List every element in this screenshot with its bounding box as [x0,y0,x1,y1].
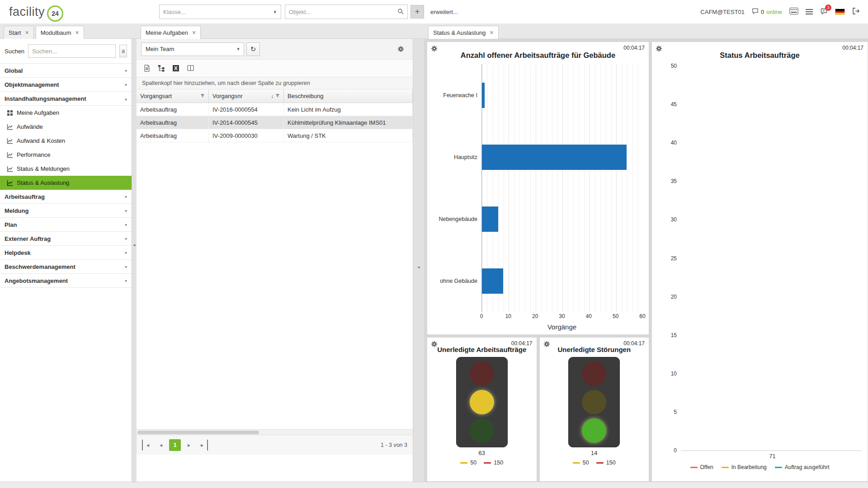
team-filter-value: Mein Team [146,46,233,52]
bar-feuerwache[interactable] [482,83,485,108]
sidebar-group-angebotsmanagement[interactable]: Angebotsmanagement ▾ [0,274,132,288]
legend-label: Offen [700,464,713,470]
close-icon[interactable]: × [490,29,493,36]
sidebar-item-aufwaende[interactable]: Aufwände [0,120,132,134]
collapse-tasks-handle[interactable]: ◂ [418,265,420,269]
y-tick-label: 0 [674,447,677,454]
column-header-beschreibung[interactable]: Beschreibung [284,89,413,103]
menu-icon[interactable] [806,9,813,14]
gear-icon[interactable] [543,341,550,349]
gear-icon[interactable] [431,45,438,53]
excel-export-button[interactable] [170,62,182,74]
right-tab-group: Status & Auslastung × [428,26,499,39]
group-label: Arbeitsauftrag [5,193,125,200]
pager-first-button[interactable]: ◂ [142,440,153,450]
gear-icon[interactable] [431,341,438,349]
legend-item[interactable]: Offen [690,464,713,470]
refresh-button[interactable]: ↻ [246,42,260,56]
pager-current-page[interactable]: 1 [169,439,181,451]
tab-modulbaum[interactable]: Modulbaum × [36,26,84,39]
legend-swatch [775,467,782,468]
sidebar-item-performance[interactable]: Performance [0,148,132,162]
sidebar-search-input[interactable] [28,44,116,58]
scrollbar-thumb[interactable] [137,431,259,434]
legend-item: 50 [460,460,476,466]
panel-bottom-space [137,455,413,482]
pager-next-button[interactable]: ▸ [184,440,194,450]
sidebar-group-instandhaltungsmanagement[interactable]: Instandhaltungsmanagement ▴ [0,92,132,106]
grouping-hint[interactable]: Spaltenkopf hier hinzuziehen, um nach di… [137,77,413,89]
table-row[interactable]: Arbeitsauftrag IV-2009-0000030 Wartung /… [137,129,413,142]
sidebar-search-row: Suchen a [0,39,132,64]
horizontal-scrollbar[interactable] [137,429,413,435]
module-tree-sidebar: Suchen a Global ▾ Objektmanagement ▾ Ins… [0,39,132,482]
team-filter-select[interactable]: Mein Team ▾ [141,42,244,56]
gear-icon[interactable] [656,45,662,53]
filter-icon[interactable] [200,93,205,99]
keyboard-icon[interactable] [789,8,798,16]
logo-badge-24: 24 [47,5,63,22]
item-label: Meine Aufgaben [17,109,59,116]
y-tick-label: 45 [671,101,677,108]
add-search-button[interactable]: + [410,5,424,19]
cell-vorgangsart: Arbeitsauftrag [137,116,209,129]
sidebar-group-meldung[interactable]: Meldung ▾ [0,204,132,218]
legend-item[interactable]: Auftrag ausgeführt [775,464,830,470]
sidebar-group-arbeitsauftrag[interactable]: Arbeitsauftrag ▾ [0,190,132,204]
hierarchy-view-button[interactable] [156,62,167,74]
green-lamp-icon [582,418,606,443]
online-count: 0 [761,9,764,15]
report-book-button[interactable] [184,62,196,74]
x-tick-label: 30 [559,313,565,319]
table-row[interactable]: Arbeitsauftrag IV-2016-0000554 Kein Lich… [137,103,413,116]
column-header-vorgangsart[interactable]: Vorgangsart [137,89,209,103]
bar-nebengebaeude[interactable] [482,206,498,232]
sidebar-item-status-meldungen[interactable]: Status & Meldungen [0,162,132,176]
erweitert-link[interactable]: erweitert... [430,9,458,15]
collapse-sidebar-handle[interactable]: ◂ [133,243,136,247]
chart-timestamp: 00:04:17 [623,340,645,347]
klasse-select[interactable]: Klasse... ▾ [159,5,281,19]
german-flag-icon[interactable] [835,9,845,15]
grid-settings-button[interactable] [393,43,408,56]
sidebar-group-helpdesk[interactable]: Helpdesk ▾ [0,246,132,260]
objekt-search-input[interactable] [289,9,397,15]
sidebar-group-plan[interactable]: Plan ▾ [0,218,132,232]
bar-ohne-gebaeude[interactable] [482,268,503,294]
legend-item[interactable]: In Bearbeitung [722,464,767,470]
close-icon[interactable]: × [192,29,196,36]
sidebar-group-global[interactable]: Global ▾ [0,64,132,78]
sidebar-group-objektmanagement[interactable]: Objektmanagement ▾ [0,78,132,92]
column-header-vorgangsnr[interactable]: Vorgangsnr ↓ [209,89,284,103]
sidebar-item-aufwand-kosten[interactable]: Aufwand & Kosten [0,134,132,148]
tab-start[interactable]: Start × [4,26,34,39]
group-label: Meldung [5,207,125,214]
sidebar-group-externer-auftrag[interactable]: Externer Auftrag ▾ [0,232,132,246]
search-options-button[interactable]: a [119,45,127,57]
pager-last-button[interactable]: ▸ [197,440,208,450]
sidebar-item-meine-aufgaben[interactable]: Meine Aufgaben [0,106,132,120]
group-label: Angebotsmanagement [5,277,125,284]
tab-status-auslastung[interactable]: Status & Auslastung × [428,26,499,39]
close-icon[interactable]: × [25,29,28,36]
table-row[interactable]: Arbeitsauftrag IV-2014-0000545 Kühlmitte… [137,116,413,129]
search-icon[interactable] [397,8,404,16]
bar-hauptsitz[interactable] [482,145,627,170]
close-icon[interactable]: × [75,29,79,36]
pager-prev-button[interactable]: ◂ [156,440,166,450]
sidebar-group-beschwerdemanagement[interactable]: Beschwerdemanagement ▾ [0,260,132,274]
notifications-icon[interactable]: 3 [820,8,828,16]
legend-swatch [484,462,491,464]
objekt-search-box [285,5,408,19]
app-window: facility 24 Klasse... ▾ + erweitert... C… [0,0,868,488]
grid-header: Vorgangsart Vorgangsnr ↓ Beschreibung [137,89,413,103]
cell-vorgangsnr: IV-2014-0000545 [209,116,284,129]
filter-icon[interactable] [275,93,280,99]
sidebar-item-status-auslastung[interactable]: Status & Auslastung [0,176,132,190]
chat-online-status[interactable]: 0 online [752,8,782,16]
status-dashboard: 00:04:17 Anzahl offener Arbeitsaufträge … [424,39,868,482]
tab-meine-aufgaben[interactable]: Meine Aufgaben × [141,26,201,39]
logout-icon[interactable] [852,7,860,16]
logo-text: facility [9,5,45,19]
document-export-button[interactable] [141,62,153,74]
